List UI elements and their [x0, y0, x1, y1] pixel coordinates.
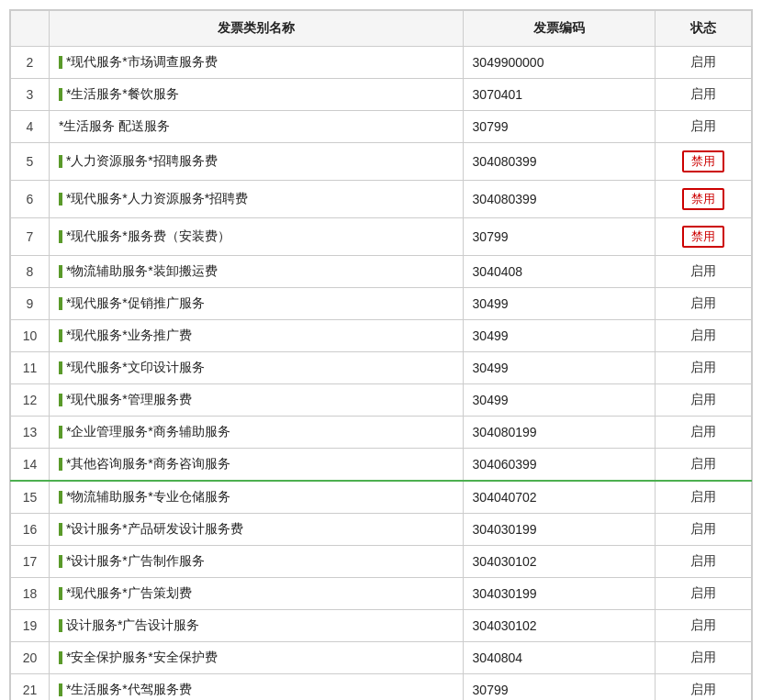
cell-index: 13 [11, 417, 50, 449]
cell-index: 6 [11, 181, 50, 218]
green-indicator-icon [59, 297, 62, 310]
cell-code: 30499 [463, 320, 656, 352]
cell-name: *安全保护服务*安全保护费 [49, 642, 463, 674]
cell-index: 2 [11, 47, 50, 79]
cell-index: 10 [11, 320, 50, 352]
cell-name: *设计服务*广告制作服务 [49, 546, 463, 578]
cell-status: 禁用 [656, 181, 752, 218]
name-text: *安全保护服务*安全保护费 [66, 650, 218, 664]
name-text: *物流辅助服务*装卸搬运费 [66, 263, 218, 278]
cell-index: 18 [11, 578, 50, 610]
col-header-index [11, 11, 50, 47]
table-header-row: 发票类别名称 发票编码 状态 [11, 11, 752, 47]
cell-code: 30799 [463, 111, 656, 143]
table-row: 14*其他咨询服务*商务咨询服务304060399启用 [11, 449, 752, 482]
green-indicator-icon [59, 329, 62, 342]
invoice-table-wrapper: 发票类别名称 发票编码 状态 2*现代服务*市场调查服务费3049900000启… [9, 9, 753, 700]
green-indicator-icon [59, 426, 62, 439]
green-indicator-icon [59, 394, 62, 406]
cell-code: 304030102 [463, 546, 656, 578]
cell-index: 14 [11, 449, 50, 482]
cell-index: 11 [11, 352, 50, 384]
green-indicator-icon [59, 155, 62, 168]
cell-status: 启用 [656, 256, 752, 288]
green-indicator-icon [59, 523, 62, 536]
cell-name: 设计服务*广告设计服务 [49, 610, 463, 642]
cell-name: *生活服务*餐饮服务 [49, 79, 463, 111]
cell-index: 8 [11, 256, 50, 288]
green-indicator-icon [59, 230, 62, 243]
cell-status: 禁用 [656, 218, 752, 256]
cell-index: 17 [11, 546, 50, 578]
cell-index: 12 [11, 384, 50, 417]
green-indicator-icon [59, 683, 62, 696]
cell-index: 20 [11, 642, 50, 674]
table-row: 21*生活服务*代驾服务费30799启用 [11, 674, 752, 701]
name-text: *现代服务*促销推广服务 [66, 295, 205, 310]
cell-code: 30799 [463, 674, 656, 701]
status-badge-disabled: 禁用 [682, 226, 724, 248]
table-row: 5*人力资源服务*招聘服务费304080399禁用 [11, 143, 752, 181]
cell-status: 启用 [656, 610, 752, 642]
cell-status: 启用 [656, 449, 752, 482]
table-row: 20*安全保护服务*安全保护费3040804启用 [11, 642, 752, 674]
green-indicator-icon [59, 555, 62, 568]
cell-status: 启用 [656, 384, 752, 417]
cell-name: *物流辅助服务*装卸搬运费 [49, 256, 463, 288]
green-indicator-icon [59, 88, 62, 101]
col-header-name: 发票类别名称 [49, 11, 463, 47]
cell-name: *人力资源服务*招聘服务费 [49, 143, 463, 181]
table-row: 19设计服务*广告设计服务304030102启用 [11, 610, 752, 642]
name-text: *现代服务*业务推广费 [66, 328, 192, 342]
name-text: *其他咨询服务*商务咨询服务 [66, 456, 230, 471]
cell-index: 9 [11, 288, 50, 320]
cell-code: 304060399 [463, 449, 656, 482]
cell-name: *现代服务*业务推广费 [49, 320, 463, 352]
cell-name: *现代服务*管理服务费 [49, 384, 463, 417]
name-text: *现代服务*管理服务费 [66, 392, 192, 406]
name-text: *生活服务*代驾服务费 [66, 682, 192, 696]
cell-status: 启用 [656, 47, 752, 79]
name-text: *现代服务*服务费（安装费） [66, 228, 230, 243]
name-text: *人力资源服务*招聘服务费 [66, 153, 218, 168]
green-indicator-icon [59, 193, 62, 206]
cell-name: *物流辅助服务*专业仓储服务 [49, 481, 463, 514]
cell-name: *现代服务*文印设计服务 [49, 352, 463, 384]
cell-index: 16 [11, 514, 50, 546]
cell-status: 启用 [656, 320, 752, 352]
table-row: 2*现代服务*市场调查服务费3049900000启用 [11, 47, 752, 79]
cell-index: 15 [11, 481, 50, 514]
cell-status: 启用 [656, 481, 752, 514]
table-row: 10*现代服务*业务推广费30499启用 [11, 320, 752, 352]
table-row: 13*企业管理服务*商务辅助服务304080199启用 [11, 417, 752, 449]
table-row: 9*现代服务*促销推广服务30499启用 [11, 288, 752, 320]
table-row: 16*设计服务*产品研发设计服务费304030199启用 [11, 514, 752, 546]
cell-status: 启用 [656, 546, 752, 578]
table-row: 3*生活服务*餐饮服务3070401启用 [11, 79, 752, 111]
cell-code: 30499 [463, 288, 656, 320]
table-row: 17*设计服务*广告制作服务304030102启用 [11, 546, 752, 578]
table-row: 7*现代服务*服务费（安装费）30799禁用 [11, 218, 752, 256]
cell-name: *设计服务*产品研发设计服务费 [49, 514, 463, 546]
cell-status: 启用 [656, 79, 752, 111]
cell-status: 启用 [656, 674, 752, 701]
green-indicator-icon [59, 56, 62, 69]
cell-status: 启用 [656, 417, 752, 449]
name-text: 设计服务*广告设计服务 [66, 617, 199, 632]
green-indicator-icon [59, 458, 62, 471]
cell-status: 启用 [656, 111, 752, 143]
table-row: 11*现代服务*文印设计服务30499启用 [11, 352, 752, 384]
cell-status: 启用 [656, 288, 752, 320]
cell-code: 3070401 [463, 79, 656, 111]
cell-index: 7 [11, 218, 50, 256]
name-text: *设计服务*广告制作服务 [66, 553, 205, 568]
green-indicator-icon [59, 651, 62, 664]
green-indicator-icon [59, 265, 62, 278]
name-text: *现代服务*广告策划费 [66, 585, 192, 600]
cell-status: 启用 [656, 642, 752, 674]
cell-name: *生活服务*代驾服务费 [49, 674, 463, 701]
name-text: *生活服务*餐饮服务 [66, 86, 179, 101]
name-text: *设计服务*产品研发设计服务费 [66, 521, 243, 536]
table-row: 8*物流辅助服务*装卸搬运费3040408启用 [11, 256, 752, 288]
green-indicator-icon [59, 587, 62, 600]
